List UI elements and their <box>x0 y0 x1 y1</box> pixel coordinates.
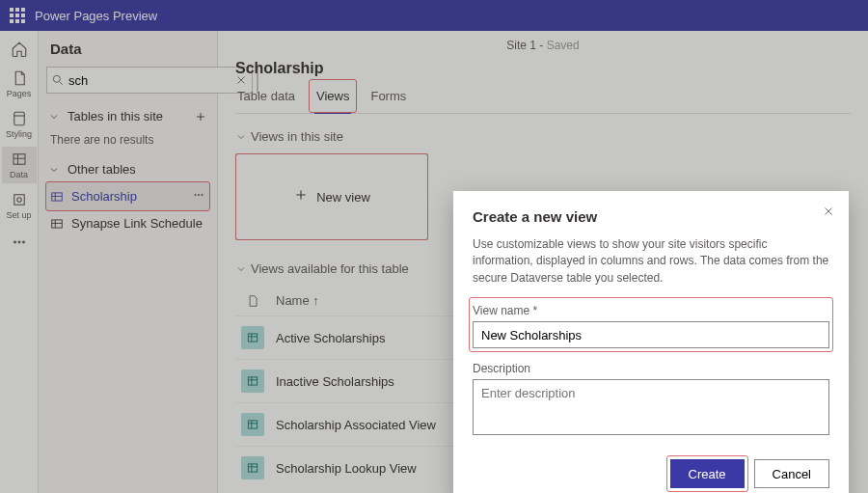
close-icon <box>822 205 835 218</box>
view-name-label: View name * <box>473 304 829 317</box>
dialog-description: Use customizable views to show your site… <box>473 236 829 287</box>
description-input[interactable] <box>473 379 829 435</box>
close-button[interactable] <box>822 205 835 221</box>
cancel-button[interactable]: Cancel <box>754 459 829 488</box>
view-name-input[interactable] <box>473 321 829 348</box>
create-view-dialog: Create a new view Use customizable views… <box>453 191 849 493</box>
create-button[interactable]: Create <box>670 459 745 488</box>
dialog-title: Create a new view <box>473 208 829 225</box>
description-label: Description <box>473 362 829 375</box>
